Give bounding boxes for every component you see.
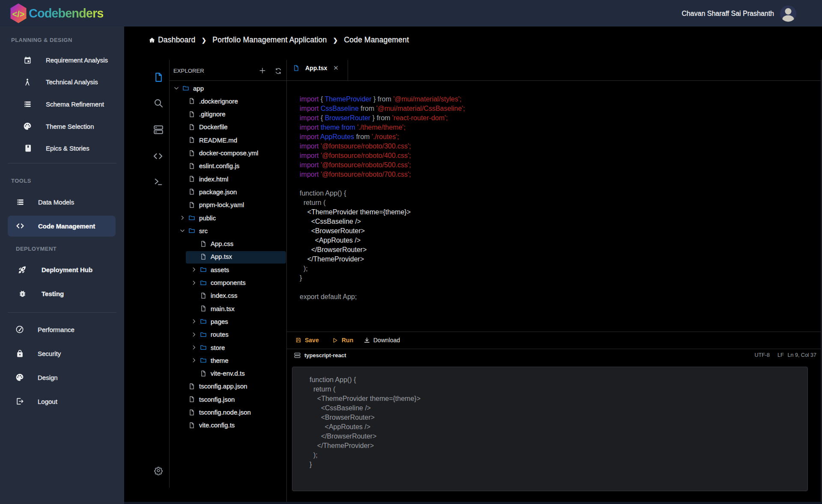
svg-text:</>: </> <box>12 9 25 19</box>
